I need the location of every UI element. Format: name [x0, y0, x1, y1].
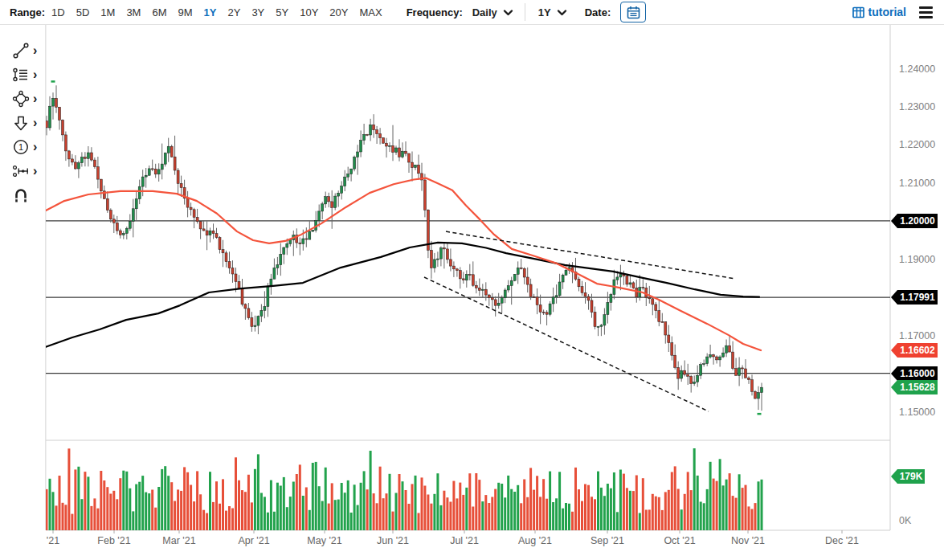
- month-label: Mar '21: [162, 535, 195, 546]
- chevron-down-icon: [503, 9, 513, 16]
- month-label: Jul '21: [450, 535, 479, 546]
- ma-slow-line: [46, 243, 759, 347]
- period-dropdown[interactable]: 1Y: [538, 6, 567, 18]
- month-label: May '21: [307, 535, 341, 546]
- range-option-1D[interactable]: 1D: [51, 6, 65, 18]
- range-option-10Y[interactable]: 10Y: [300, 6, 318, 18]
- range-option-5Y[interactable]: 5Y: [276, 6, 288, 18]
- chevron-right-icon: ›: [33, 164, 37, 178]
- svg-text:1.20000: 1.20000: [900, 215, 935, 227]
- range-option-3Y[interactable]: 3Y: [251, 6, 264, 18]
- month-label: Apr '21: [238, 535, 269, 546]
- month-label: Feb '21: [97, 535, 130, 546]
- price-tick-label: 1.15000: [899, 407, 935, 418]
- magnet-tool[interactable]: [0, 183, 31, 207]
- price-tick-label: 1.17000: [899, 330, 935, 341]
- chevron-down-icon: [557, 9, 567, 16]
- trend-line-icon: [11, 41, 31, 60]
- price-tick-label: 1.22000: [899, 139, 935, 150]
- grid-icon: [852, 6, 864, 18]
- month-label: Aug '21: [518, 535, 552, 546]
- toolbar-divider: [525, 3, 525, 21]
- range-option-5D[interactable]: 5D: [76, 6, 90, 18]
- range-option-1M[interactable]: 1M: [100, 6, 115, 18]
- month-label: Jun '21: [377, 535, 409, 546]
- price-chart[interactable]: 1.240001.230001.220001.210001.190001.170…: [0, 0, 944, 560]
- price-tick-label: 1.19000: [899, 254, 935, 265]
- date-label: Date:: [585, 6, 611, 18]
- volume-bars: [46, 448, 763, 530]
- fibonacci-tool[interactable]: ›: [0, 63, 37, 87]
- candle-wicks: [47, 85, 762, 411]
- trendline-1[interactable]: [446, 231, 735, 279]
- measure-tool[interactable]: ›: [0, 159, 37, 183]
- price-marker: [51, 80, 55, 83]
- range-option-1Y[interactable]: 1Y: [204, 6, 217, 18]
- date-picker-button[interactable]: [620, 2, 646, 22]
- frequency-label: Frequency:: [407, 6, 463, 18]
- month-label: Dec '21: [825, 535, 859, 546]
- chevron-right-icon: ›: [33, 116, 37, 130]
- drawing-toolbar: › › › ›: [0, 24, 46, 530]
- chevron-right-icon: ›: [33, 67, 37, 82]
- toolbar: Range: 1D5D1M3M6M9M1Y2Y3Y5Y10Y20YMAX Fre…: [0, 0, 944, 25]
- price-tick-label: 1.23000: [899, 101, 935, 112]
- month-label: Sep '21: [591, 535, 624, 546]
- trend-line-tool[interactable]: ›: [0, 39, 37, 63]
- measure-icon: [11, 161, 31, 181]
- price-tick-label: 1.24000: [899, 63, 935, 75]
- range-option-MAX[interactable]: MAX: [359, 6, 382, 18]
- shapes-tool[interactable]: ›: [0, 87, 37, 111]
- range-option-2Y[interactable]: 2Y: [227, 6, 240, 18]
- arrows-tool[interactable]: ›: [0, 111, 37, 135]
- chevron-right-icon: ›: [33, 43, 37, 58]
- range-option-3M[interactable]: 3M: [126, 6, 141, 18]
- chevron-right-icon: ›: [33, 92, 37, 106]
- month-label: Nov '21: [731, 535, 765, 546]
- svg-text:179K: 179K: [900, 471, 923, 482]
- svg-text:1.16602: 1.16602: [900, 345, 935, 356]
- volume-zero-label: 0K: [899, 515, 912, 526]
- price-marker: [758, 413, 762, 415]
- svg-text:1.17991: 1.17991: [900, 292, 935, 303]
- range-option-20Y[interactable]: 20Y: [329, 6, 348, 18]
- frequency-value: Daily: [472, 6, 497, 18]
- number-one-icon: 1: [11, 137, 31, 157]
- frequency-dropdown[interactable]: Daily: [472, 6, 513, 18]
- arrow-down-icon: [11, 113, 31, 133]
- svg-text:1: 1: [18, 142, 23, 152]
- month-label: '21: [47, 535, 59, 546]
- svg-text:1.16000: 1.16000: [900, 368, 935, 379]
- chevron-right-icon: ›: [33, 140, 37, 154]
- range-option-9M[interactable]: 9M: [178, 6, 193, 18]
- range-options: 1D5D1M3M6M9M1Y2Y3Y5Y10Y20YMAX: [51, 6, 382, 18]
- candle-bodies[interactable]: [46, 98, 763, 399]
- menu-icon[interactable]: [919, 6, 933, 18]
- svg-text:1.15628: 1.15628: [900, 382, 935, 393]
- time-axis: '21Feb '21Mar '21Apr '21May '21Jun '21Ju…: [47, 530, 859, 546]
- month-label: Oct '21: [664, 535, 695, 546]
- calendar-icon: [627, 6, 640, 19]
- range-label: Range:: [10, 6, 45, 18]
- period-value: 1Y: [538, 6, 551, 18]
- range-option-6M[interactable]: 6M: [152, 6, 166, 18]
- brand-logo[interactable]: tutorial: [852, 6, 906, 18]
- ma-fast-line: [46, 178, 761, 350]
- trading-chart-app: 1.240001.230001.220001.210001.190001.170…: [0, 0, 944, 560]
- price-tick-label: 1.21000: [899, 178, 935, 189]
- magnet-icon: [11, 186, 31, 205]
- brand-name: tutorial: [868, 6, 906, 18]
- shapes-icon: [11, 89, 31, 108]
- fibonacci-icon: [11, 65, 31, 84]
- annotation-tool[interactable]: 1 ›: [0, 135, 37, 159]
